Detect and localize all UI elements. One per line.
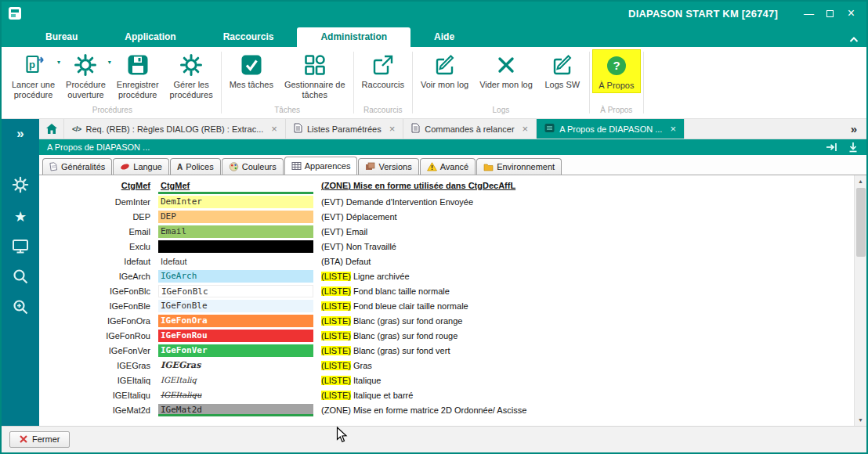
tab-polices[interactable]: APolices xyxy=(170,158,221,175)
menu-tab-application[interactable]: Application xyxy=(101,27,199,47)
ribbon-button-label: Procédure ouverture xyxy=(66,80,106,100)
menu-tab-aide[interactable]: Aide xyxy=(410,27,478,47)
palette-icon xyxy=(229,162,239,171)
sidebar-item-expand[interactable]: » xyxy=(2,122,39,146)
tab-environnement[interactable]: Environnement xyxy=(476,158,562,175)
ribbon-button-procedure-ouverture[interactable]: ▾Procédure ouverture xyxy=(60,49,111,102)
search-advanced-icon xyxy=(12,298,29,319)
svg-text:p: p xyxy=(29,59,35,70)
column-header-ctgmef[interactable]: CtgMef xyxy=(39,181,158,190)
cell-description: Fond blanc taille normale xyxy=(351,286,450,296)
tab-label: Environnement xyxy=(497,162,555,171)
tab-couleurs[interactable]: Couleurs xyxy=(222,158,284,175)
table-row[interactable]: DemInterDemInter(EVT) Demande d'Interven… xyxy=(39,194,866,209)
table-row[interactable]: IGeFonBlcIGeFonBlc(LISTE) Fond blanc tai… xyxy=(39,283,866,298)
table-row[interactable]: ExcluExclu(EVT) Non Travaillé xyxy=(39,239,866,254)
sidebar-item-advanced-search[interactable] xyxy=(2,297,39,320)
cell-tag: (LISTE) xyxy=(321,286,351,296)
minimize-button[interactable]: — xyxy=(798,4,819,23)
cell-sample: Exclu xyxy=(158,240,313,253)
table-row[interactable]: IGEItaliqIGEItaliq(LISTE) Italique xyxy=(39,373,866,387)
procedure-launch-icon: p xyxy=(22,52,45,77)
tab-generalites[interactable]: Généralités xyxy=(42,158,112,175)
table-row[interactable]: IGEGrasIGEGras(LISTE) Gras xyxy=(39,358,866,373)
table-row[interactable]: IGeFonBleIGeFonBle(LISTE) Fond bleue cla… xyxy=(39,298,866,313)
ribbon-button-enregistrer-procedure[interactable]: Enregistrer procédure xyxy=(111,49,165,102)
table-row[interactable]: IGeFonOraIGeFonOra(LISTE) Blanc (gras) s… xyxy=(39,313,866,328)
group-separator-line xyxy=(643,52,644,114)
ribbon-button-lancer-une-procedure[interactable]: p▾Lancer une procédure xyxy=(6,49,60,102)
maximize-button[interactable] xyxy=(819,4,841,23)
doc-tab-req-reb-regles-dialog-reb-extrac[interactable]: </>Req. (REB) : Règles DIALOG (REB) : Ex… xyxy=(64,119,286,139)
tab-overflow-button[interactable]: » xyxy=(841,119,866,139)
red-x-icon xyxy=(20,435,27,443)
sidebar-item-settings[interactable] xyxy=(2,175,39,198)
ribbon-button-gestionnaire-de-taches[interactable]: Gestionnaire de tâches xyxy=(279,49,351,102)
ribbon-group-label: Tâches xyxy=(224,104,351,118)
table-row[interactable]: IGEItaliquIGEItaliqu(LISTE) Italique et … xyxy=(39,387,866,402)
table-row[interactable]: IGeArchIGeArch(LISTE) Ligne archivée xyxy=(39,268,866,283)
table-row[interactable]: IGeFonRouIGeFonRou(LISTE) Blanc (gras) s… xyxy=(39,328,866,343)
table-row[interactable]: EmailEmail(EVT) Email xyxy=(39,224,866,239)
scroll-thumb[interactable] xyxy=(856,188,866,257)
menu-tab-bureau[interactable]: Bureau xyxy=(22,27,101,47)
ribbon-button-gerer-les-procedures[interactable]: Gérer les procédures xyxy=(165,49,219,102)
close-button[interactable]: × xyxy=(841,4,862,23)
collapse-panel-icon[interactable] xyxy=(848,142,859,153)
sidebar-item-search[interactable] xyxy=(2,266,39,290)
table-row[interactable]: IGeMat2dIGeMat2d(ZONE) Mise en forme mat… xyxy=(39,402,866,417)
cell-name: IGeFonVer xyxy=(39,346,158,355)
table-row[interactable]: IGeFonVerIGeFonVer(LISTE) Blanc (gras) s… xyxy=(39,343,866,358)
cell-description: Blanc (gras) sur fond vert xyxy=(351,346,450,355)
cell-sample: IGEItaliqu xyxy=(158,389,313,402)
vertical-scrollbar[interactable]: ▲ ▼ xyxy=(854,175,866,426)
ribbon-button-logs-sw[interactable]: Logs SW xyxy=(538,49,587,92)
doc-tab-label: A Propos de DIAPASON ... xyxy=(559,124,662,134)
ribbon-button-mes-taches[interactable]: Mes tâches xyxy=(224,49,279,92)
cell-tag: (LISTE) xyxy=(321,272,351,281)
home-button[interactable] xyxy=(39,119,64,139)
group-separator-line xyxy=(412,52,413,114)
tab-langue[interactable]: Langue xyxy=(113,158,169,175)
scroll-up-icon[interactable]: ▲ xyxy=(858,175,863,187)
fermer-button[interactable]: Fermer xyxy=(9,431,70,448)
ribbon-button-label: Gérer les procédures xyxy=(170,80,213,100)
tab-avance[interactable]: Avancé xyxy=(420,158,476,175)
cell-name: IGEGras xyxy=(39,361,158,370)
tab-apparences[interactable]: Apparences xyxy=(284,157,358,175)
cell-name: IGEItaliqu xyxy=(39,391,158,400)
ribbon-button-voir-mon-log[interactable]: Voir mon log xyxy=(415,49,474,92)
sidebar-item-desktop[interactable] xyxy=(2,236,39,259)
menu-tab-administration[interactable]: Administration xyxy=(297,27,410,47)
collapse-ribbon-button[interactable] xyxy=(849,32,859,46)
close-tab-icon[interactable]: × xyxy=(389,123,396,135)
doc-tab-commandes-a-relancer[interactable]: Commandes à relancer× xyxy=(403,119,537,139)
cell-sample: IGEItaliq xyxy=(158,374,313,387)
table-row[interactable]: IdefautIdefaut(BTA) Defaut xyxy=(39,254,866,268)
scroll-down-icon[interactable]: ▼ xyxy=(858,414,863,426)
ribbon-group-logs: Voir mon logVider mon logLogs SWLogs xyxy=(415,47,587,118)
doc-tab-a-propos-de-diapason[interactable]: A Propos de DIAPASON ...× xyxy=(537,119,685,139)
doc-tab-listes-parametrees[interactable]: Listes Paramétrées× xyxy=(286,119,403,139)
close-tab-icon[interactable]: × xyxy=(670,123,676,135)
close-tab-icon[interactable]: × xyxy=(523,123,529,135)
column-header-zone-description[interactable]: (ZONE) Mise en forme utilisée dans CtgDe… xyxy=(316,181,866,190)
ribbon-button-a-propos[interactable]: ?À Propos xyxy=(592,49,641,93)
share-icon xyxy=(371,52,395,77)
ribbon-button-vider-mon-log[interactable]: Vider mon log xyxy=(474,49,538,92)
cell-name: DemInter xyxy=(39,197,158,207)
table-row[interactable]: DEPDEP(EVT) Déplacement xyxy=(39,209,866,224)
tab-label: Polices xyxy=(186,162,213,171)
close-tab-icon[interactable]: × xyxy=(271,123,277,135)
tab-label: Versions xyxy=(378,162,411,171)
sidebar-item-favorites[interactable]: ★ xyxy=(2,205,39,229)
tab-versions[interactable]: Versions xyxy=(358,158,418,175)
doc-tabs: </>Req. (REB) : Règles DIALOG (REB) : Ex… xyxy=(64,119,685,139)
pin-panel-icon[interactable] xyxy=(826,142,838,153)
menu-tab-raccourcis[interactable]: Raccourcis xyxy=(200,27,298,47)
code-icon: </> xyxy=(72,125,81,133)
cell-tag: (LISTE) xyxy=(321,361,351,370)
cell-description: Blanc (gras) sur fond orange xyxy=(351,316,462,326)
column-header-ctgmef-sample[interactable]: CtgMef xyxy=(158,177,316,194)
ribbon-button-raccourcis[interactable]: Raccourcis xyxy=(356,49,410,92)
